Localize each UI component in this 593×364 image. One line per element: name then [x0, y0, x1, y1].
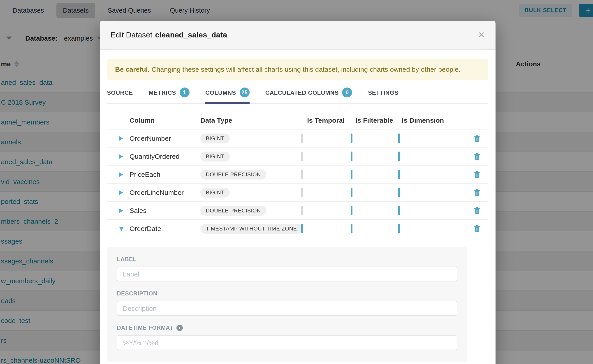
delete-column-button[interactable] — [466, 189, 488, 196]
tab-source[interactable]: SOURCE — [107, 85, 133, 103]
data-type-header: Data Type — [200, 116, 301, 124]
column-name: PriceEach — [130, 170, 200, 178]
modal-title: Edit Datasetcleaned_sales_data — [111, 30, 227, 39]
is-temporal-checkbox[interactable] — [301, 188, 303, 197]
tab-calculated-columns[interactable]: CALCULATED COLUMNS 0 — [265, 85, 352, 103]
column-row: OrderNumber BIGINT — [107, 130, 488, 147]
modal-title-dataset-name: cleaned_sales_data — [155, 30, 227, 39]
data-type-pill: BIGINT — [200, 187, 230, 197]
is-temporal-checkbox[interactable] — [301, 224, 303, 233]
datetime-format-field-group: DATETIME FORMAT i — [117, 325, 457, 350]
column-name: OrderLineNumber — [130, 188, 200, 196]
tab-label: SETTINGS — [368, 89, 398, 96]
is-temporal-checkbox[interactable] — [301, 206, 303, 215]
column-row: OrderDate TIMESTAMP WITHOUT TIME ZONE — [107, 219, 488, 237]
modal-title-prefix: Edit Dataset — [111, 30, 152, 39]
trash-icon — [474, 135, 480, 142]
data-type-pill: DOUBLE PRECISION — [200, 169, 266, 179]
is-filterable-checkbox[interactable] — [351, 169, 352, 179]
column-header: Column — [130, 116, 200, 124]
delete-column-button[interactable] — [466, 225, 488, 232]
is-dimension-checkbox[interactable] — [398, 134, 400, 143]
column-row: PriceEach DOUBLE PRECISION — [107, 165, 488, 183]
tab-metrics[interactable]: METRICS 1 — [149, 85, 190, 103]
is-temporal-checkbox[interactable] — [301, 152, 303, 161]
description-field-group: DESCRIPTION — [117, 291, 457, 316]
data-type-pill: BIGINT — [200, 151, 230, 161]
is-filterable-checkbox[interactable] — [351, 224, 352, 233]
collapse-caret-icon[interactable] — [119, 227, 124, 231]
label-field-label: LABEL — [117, 256, 457, 262]
column-name: Sales — [130, 207, 200, 214]
warning-bold-text: Be careful. — [115, 65, 150, 73]
is-dimension-checkbox[interactable] — [398, 206, 400, 215]
expand-caret-icon[interactable] — [119, 136, 123, 141]
trash-icon — [474, 225, 480, 232]
delete-column-button[interactable] — [466, 207, 488, 214]
is-dimension-checkbox[interactable] — [398, 224, 400, 233]
close-icon[interactable]: ✕ — [478, 30, 485, 40]
edit-dataset-modal: Edit Datasetcleaned_sales_data ✕ Be care… — [100, 21, 495, 364]
is-dimension-checkbox[interactable] — [398, 188, 400, 197]
is-temporal-header: Is Temporal — [301, 116, 351, 124]
modal-header: Edit Datasetcleaned_sales_data ✕ — [100, 21, 495, 50]
column-row: Sales DOUBLE PRECISION — [107, 201, 488, 219]
is-temporal-checkbox[interactable] — [301, 169, 303, 179]
columns-table-header: Column Data Type Is Temporal Is Filterab… — [107, 111, 488, 130]
tab-columns[interactable]: COLUMNS 25 — [205, 85, 250, 103]
expand-caret-icon[interactable] — [119, 208, 123, 213]
tab-label: CALCULATED COLUMNS — [265, 89, 339, 96]
warning-banner: Be careful. Changing these settings will… — [107, 59, 488, 80]
description-field-label: DESCRIPTION — [117, 291, 457, 297]
columns-table: Column Data Type Is Temporal Is Filterab… — [107, 111, 488, 237]
trash-icon — [474, 153, 480, 160]
data-type-pill: DOUBLE PRECISION — [200, 205, 266, 215]
delete-column-button[interactable] — [466, 171, 488, 178]
is-filterable-checkbox[interactable] — [351, 152, 352, 161]
column-detail-panel: LABEL DESCRIPTION DATETIME FORMAT i — [107, 247, 467, 362]
column-row: OrderLineNumber BIGINT — [107, 183, 488, 201]
is-filterable-checkbox[interactable] — [351, 134, 352, 143]
trash-icon — [474, 207, 480, 214]
tab-label: SOURCE — [107, 89, 133, 96]
delete-column-button[interactable] — [466, 135, 488, 142]
expand-caret-icon[interactable] — [119, 154, 123, 159]
column-name: OrderDate — [130, 225, 200, 232]
datetime-format-input[interactable] — [117, 335, 457, 350]
expand-caret-icon[interactable] — [119, 172, 123, 177]
tab-settings[interactable]: SETTINGS — [368, 85, 398, 103]
description-input[interactable] — [117, 301, 457, 316]
data-type-pill: BIGINT — [200, 133, 230, 143]
info-icon[interactable]: i — [177, 325, 183, 331]
data-type-pill: TIMESTAMP WITHOUT TIME ZONE — [200, 223, 302, 234]
tab-label: METRICS — [149, 89, 176, 96]
trash-icon — [474, 189, 480, 196]
column-name: OrderNumber — [130, 134, 200, 142]
modal-tabs: SOURCE METRICS 1 COLUMNS 25 CALCULATED C… — [107, 85, 488, 104]
expand-caret-icon[interactable] — [119, 190, 123, 195]
metrics-count-badge: 1 — [180, 87, 190, 98]
trash-icon — [474, 171, 480, 178]
is-dimension-checkbox[interactable] — [398, 152, 400, 161]
warning-text: Changing these settings will affect all … — [150, 65, 460, 73]
calculated-columns-count-badge: 0 — [342, 87, 352, 98]
column-name: QuantityOrdered — [130, 152, 200, 160]
is-temporal-checkbox[interactable] — [301, 134, 303, 143]
label-input[interactable] — [117, 266, 457, 281]
is-filterable-header: Is Filterable — [351, 116, 398, 124]
is-dimension-checkbox[interactable] — [398, 169, 400, 179]
is-filterable-checkbox[interactable] — [351, 188, 352, 197]
delete-column-button[interactable] — [466, 153, 488, 160]
is-dimension-header: Is Dimension — [398, 116, 448, 124]
column-row: QuantityOrdered BIGINT — [107, 147, 488, 165]
is-filterable-checkbox[interactable] — [351, 206, 352, 215]
label-field-group: LABEL — [117, 256, 457, 281]
tab-label: COLUMNS — [205, 89, 236, 96]
datetime-format-field-label: DATETIME FORMAT i — [117, 325, 457, 331]
columns-count-badge: 25 — [240, 87, 250, 98]
